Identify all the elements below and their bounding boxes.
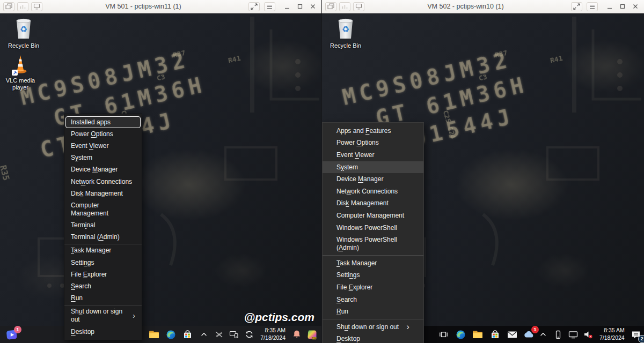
menu-item-computer-management[interactable]: Computer Management — [64, 199, 142, 219]
window-menu-button[interactable] — [264, 2, 275, 11]
menu-item-network-connections[interactable]: Network Connections — [323, 185, 423, 198]
file-explorer-button[interactable] — [471, 327, 485, 341]
slashed-tray-icon[interactable] — [212, 327, 226, 341]
menu-item-system[interactable]: System — [323, 161, 423, 174]
menu-item-label: System — [336, 163, 358, 172]
minimize-button[interactable] — [605, 2, 614, 11]
volume-muted-icon[interactable] — [581, 327, 595, 341]
menu-item-power-options[interactable]: Power Options — [64, 128, 142, 140]
menu-item-installed-apps[interactable]: Installed apps — [65, 116, 141, 128]
taskbar-clock[interactable]: 8:35 AM 7/18/2024 — [260, 327, 286, 341]
clock-time: 8:35 AM — [599, 327, 625, 334]
menu-item-disk-management[interactable]: Disk Management — [64, 188, 142, 199]
menu-item-label: Computer Management — [336, 212, 404, 220]
menu-item-desktop[interactable]: Desktop — [64, 326, 142, 338]
menu-item-label: Disk Management — [336, 199, 389, 207]
recycle-bin-icon: ♻ — [335, 16, 356, 42]
desktop-icon-recycle-bin[interactable]: ♻ Recycle Bin — [3, 16, 45, 49]
menu-item-power-options[interactable]: Power Options — [323, 137, 423, 150]
menu-item-network-connections[interactable]: Network Connections — [64, 176, 142, 188]
menu-item-event-viewer[interactable]: Event Viewer — [323, 149, 423, 161]
submenu-arrow-icon: › — [133, 313, 135, 318]
task-view-button[interactable] — [436, 327, 450, 341]
shortcut-arrow-badge — [12, 70, 18, 76]
menu-item-search[interactable]: Search — [323, 294, 423, 306]
file-explorer-button[interactable] — [147, 327, 161, 341]
clock-time: 8:35 AM — [260, 327, 286, 334]
menu-item-label: Settings — [336, 271, 360, 279]
menu-item-label: Run — [71, 294, 83, 302]
performance-stats-icon[interactable] — [339, 2, 350, 11]
menu-item-computer-management[interactable]: Computer Management — [323, 210, 423, 222]
colorful-app-icon[interactable]: PRO — [305, 327, 319, 341]
menu-item-label: System — [71, 154, 92, 162]
window-title: VM 502 - pctips-win10 (1) — [364, 3, 567, 10]
performance-stats-icon[interactable] — [17, 2, 28, 11]
media-app-icon[interactable]: 1 — [5, 327, 19, 341]
system-tray: 8:35 AM 7/18/2024 2 — [536, 327, 644, 341]
menu-item-shut-down-or-sign-out[interactable]: Shut down or sign out› — [64, 306, 142, 326]
menu-item-label: File Explorer — [336, 284, 372, 292]
menu-item-desktop[interactable]: Desktop — [323, 333, 423, 343]
menu-item-event-viewer[interactable]: Event Viewer — [64, 140, 142, 152]
titlebar-toolbar — [0, 2, 42, 11]
cast-device-icon[interactable] — [227, 327, 241, 341]
console-window-icon[interactable] — [325, 2, 336, 11]
sync-icon[interactable] — [242, 327, 256, 341]
menu-item-settings[interactable]: Settings — [323, 270, 423, 282]
menu-item-shut-down-or-sign-out[interactable]: Shut down or sign out› — [323, 321, 423, 333]
menu-item-disk-management[interactable]: Disk Management — [323, 198, 423, 210]
maximize-button[interactable] — [296, 2, 304, 11]
weather-app-icon[interactable]: 1 — [522, 327, 536, 341]
menu-item-settings[interactable]: Settings — [64, 257, 142, 269]
menu-item-file-explorer[interactable]: File Explorer — [323, 281, 423, 294]
microsoft-store-button[interactable] — [180, 327, 194, 341]
notification-badge: 2 — [638, 335, 644, 343]
menu-item-apps-and-features[interactable]: Apps and Features — [323, 125, 423, 137]
menu-item-search[interactable]: Search — [64, 280, 142, 292]
virtual-display-icon[interactable] — [31, 2, 42, 11]
notifications-bell-icon[interactable] — [290, 327, 304, 341]
menu-item-windows-powershell[interactable]: Windows PowerShell — [323, 222, 423, 234]
menu-item-windows-powershell-admin[interactable]: Windows PowerShell (Admin) — [323, 234, 423, 254]
menu-item-task-manager[interactable]: Task Manager — [323, 257, 423, 270]
virtual-display-icon[interactable] — [353, 2, 364, 11]
tray-overflow-button[interactable] — [197, 327, 211, 341]
close-button[interactable] — [631, 2, 640, 11]
mail-button[interactable] — [505, 327, 519, 341]
phone-link-icon[interactable] — [551, 327, 565, 341]
menu-item-system[interactable]: System — [64, 152, 142, 164]
menu-item-run[interactable]: Run — [64, 293, 142, 304]
menu-item-label: Event Viewer — [336, 151, 375, 159]
microsoft-store-button[interactable] — [488, 327, 502, 341]
menu-item-device-manager[interactable]: Device Manager — [64, 164, 142, 176]
titlebar-toolbar — [322, 2, 364, 11]
console-window-icon[interactable] — [3, 2, 14, 11]
edge-browser-button[interactable] — [453, 327, 467, 341]
menu-item-file-explorer[interactable]: File Explorer — [64, 269, 142, 280]
close-button[interactable] — [309, 2, 317, 11]
fullscreen-button[interactable] — [248, 2, 260, 11]
fullscreen-button[interactable] — [571, 2, 582, 11]
desktop-icon-recycle-bin[interactable]: ♻ Recycle Bin — [325, 16, 367, 49]
maximize-button[interactable] — [618, 2, 627, 11]
menu-item-terminal[interactable]: Terminal — [64, 220, 142, 232]
minimize-button[interactable] — [283, 2, 291, 11]
edge-browser-button[interactable] — [164, 327, 178, 341]
menu-item-run[interactable]: Run — [323, 305, 423, 318]
action-center-button[interactable]: 2 — [629, 327, 643, 341]
menu-item-label: Computer Management — [71, 202, 135, 218]
taskbar-clock[interactable]: 8:35 AM 7/18/2024 — [599, 327, 625, 341]
submenu-arrow-icon: › — [406, 324, 409, 330]
display-network-icon[interactable] — [566, 327, 580, 341]
desktop-icon-vlc[interactable]: VLC media player — [3, 52, 38, 91]
menu-item-terminal-admin[interactable]: Terminal (Admin) — [64, 232, 142, 243]
menu-item-label: Network Connections — [336, 188, 398, 196]
menu-item-label: Device Manager — [336, 175, 383, 183]
window-menu-button[interactable] — [587, 2, 598, 11]
menu-item-device-manager[interactable]: Device Manager — [323, 173, 423, 185]
desktop-icon-label: VLC media player — [3, 77, 38, 91]
vm-titlebar: VM 501 - pctips-win11 (1) — [0, 0, 321, 13]
tray-overflow-button[interactable] — [536, 327, 550, 341]
menu-item-task-manager[interactable]: Task Manager — [64, 245, 142, 257]
